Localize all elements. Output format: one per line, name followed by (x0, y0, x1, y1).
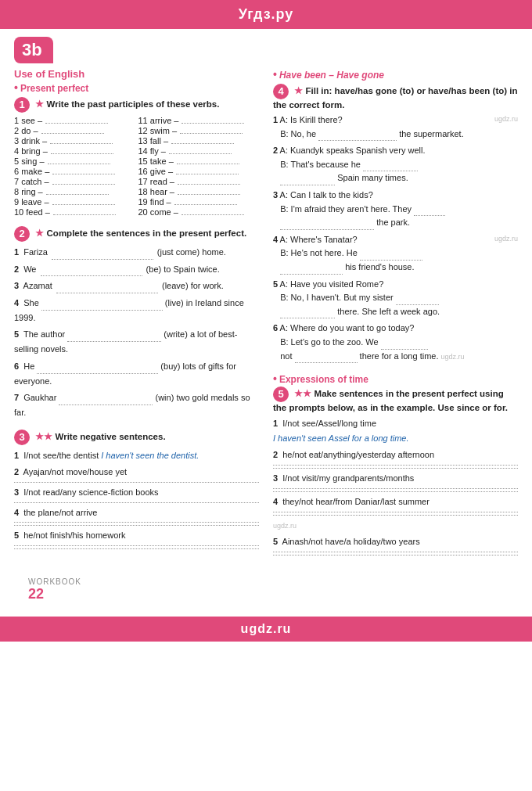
section-title: Use of English (14, 68, 259, 80)
ex5-num: 5 (273, 387, 289, 402)
exercise-4: 4 ★ Fill in: have/has gone (to) or have/… (273, 84, 518, 363)
verb-bring: 4 bring – (14, 146, 135, 156)
verb-hear: 18 hear – (138, 187, 260, 196)
exercise-2: 2 ★ Complete the sentences in the presen… (14, 226, 259, 420)
ex2-s1: 1 Fariza (just come) home. (14, 245, 259, 260)
ex5-s4: 4 they/not hear/from Daniar/last summer … (273, 494, 518, 532)
ex4-qa: 1 A: Is Kirill there? ugdz.ru B: No, he … (273, 113, 518, 363)
verb-make: 6 make – (14, 167, 135, 176)
ex3-s4: 4 the plane/not arrive (14, 505, 259, 527)
ex3-s3: 3 I/not read/any science-fiction books (14, 485, 259, 503)
ex1-num: 1 (14, 97, 30, 113)
ex5-s5: 5 Ainash/not have/a holiday/two years (273, 534, 518, 555)
ex4-num: 4 (273, 84, 289, 99)
chapter-badge: 3b (14, 37, 53, 63)
ex3-num: 3 (14, 430, 30, 445)
ex2-s2: 2 We (be) to Spain twice. (14, 262, 259, 277)
verb-swim: 12 swim – (138, 126, 260, 135)
ex5-instruction: ★★ Make sentences in the present perfect… (273, 389, 508, 412)
site-title: Угдз.ру (239, 6, 294, 22)
bullet-have-been: •Have been – Have gone (273, 68, 518, 81)
bullet-expressions: •Expressions of time (273, 372, 518, 385)
exercise-3: 3 ★★ Write negative sentences. 1 I/not s… (14, 430, 259, 549)
ex4-q2: 2 A: Kuandyk speaks Spanish very well. B… (273, 144, 518, 185)
top-bar: Угдз.ру (0, 0, 532, 29)
ex2-s3: 3 Azamat (leave) for work. (14, 279, 259, 293)
ex4-q6: 6 A: Where do you want to go today? B: L… (273, 322, 518, 363)
exercise-5: 5 ★★ Make sentences in the present perfe… (273, 387, 518, 555)
right-column: •Have been – Have gone 4 ★ Fill in: have… (273, 68, 518, 565)
verb-do: 2 do – (14, 126, 135, 135)
ex5-s3: 3 I/not visit/my grandparents/months (273, 471, 518, 492)
footer-site: ugdz.ru (241, 622, 292, 635)
ex5-sentences: 1 I/not see/Assel/long time I haven't se… (273, 416, 518, 555)
verb-see: 1 see – (14, 116, 135, 125)
verb-take: 15 take – (138, 156, 260, 166)
exercise-1: 1 ★ Write the past participles of these … (14, 97, 259, 217)
ex3-instruction: ★★ Write negative sentences. (35, 432, 165, 441)
ex2-num: 2 (14, 226, 30, 242)
ex3-s2: 2 Ayajan/not move/house yet (14, 465, 259, 483)
ex2-s6: 6 He (buy) lots of gifts for everyone. (14, 359, 259, 388)
ex2-sentences: 1 Fariza (just come) home. 2 We (be) to … (14, 245, 259, 420)
ex4-q4: 4 A: Where's Tanatar? ugdz.ru B: He's no… (273, 233, 518, 275)
verb-ring: 8 ring – (14, 187, 135, 196)
ex4-instruction: ★ Fill in: have/has gone (to) or have/ha… (273, 86, 517, 110)
workbook-label: WORKBOOK (28, 577, 81, 586)
page-number: 22 (28, 586, 81, 602)
left-column: Use of English •Present perfect 1 ★ Writ… (14, 68, 259, 565)
verb-give: 16 give – (138, 167, 260, 176)
ex4-q1: 1 A: Is Kirill there? ugdz.ru B: No, he … (273, 113, 518, 141)
verb-grid: 1 see – 11 arrive – 2 do – 12 swim – 3 d… (14, 116, 259, 217)
verb-catch: 7 catch – (14, 177, 135, 186)
ex3-s5: 5 he/not finish/his homework (14, 528, 259, 549)
ex3-sentences: 1 I/not see/the dentist I haven't seen t… (14, 448, 259, 549)
verb-feed: 10 feed – (14, 207, 135, 217)
ex5-s1: 1 I/not see/Assel/long time I haven't se… (273, 416, 518, 445)
verb-drink: 3 drink – (14, 136, 135, 146)
ex3-s1: 1 I/not see/the dentist I haven't seen t… (14, 448, 259, 463)
ex2-instruction: ★ Complete the sentences in the present … (35, 228, 246, 238)
ex4-q3: 3 A: Can I talk to the kids? B: I'm afra… (273, 189, 518, 230)
footer-bar: ugdz.ru (0, 617, 532, 642)
verb-read: 17 read – (138, 177, 260, 186)
bullet-present-perfect: •Present perfect (14, 81, 259, 94)
ex1-instruction: ★ Write the past participles of these ve… (35, 99, 219, 109)
ex5-s2: 2 he/not eat/anything/yesterday afternoo… (273, 448, 518, 469)
verb-arrive: 11 arrive – (138, 116, 260, 125)
verb-find: 19 find – (138, 197, 260, 207)
ex2-s5: 5 The author (write) a lot of best-selli… (14, 327, 259, 356)
page-footer: WORKBOOK 22 (14, 571, 518, 609)
verb-come: 20 come – (138, 207, 260, 217)
verb-leave: 9 leave – (14, 197, 135, 207)
verb-fall: 13 fall – (138, 136, 260, 146)
ex2-s4: 4 She (live) in Ireland since 1999. (14, 296, 259, 325)
verb-fly: 14 fly – (138, 146, 260, 156)
ex4-q5: 5 A: Have you visited Rome? B: No, I hav… (273, 278, 518, 319)
verb-sing: 5 sing – (14, 156, 135, 166)
ex2-s7: 7 Gaukhar (win) two gold medals so far. (14, 390, 259, 419)
